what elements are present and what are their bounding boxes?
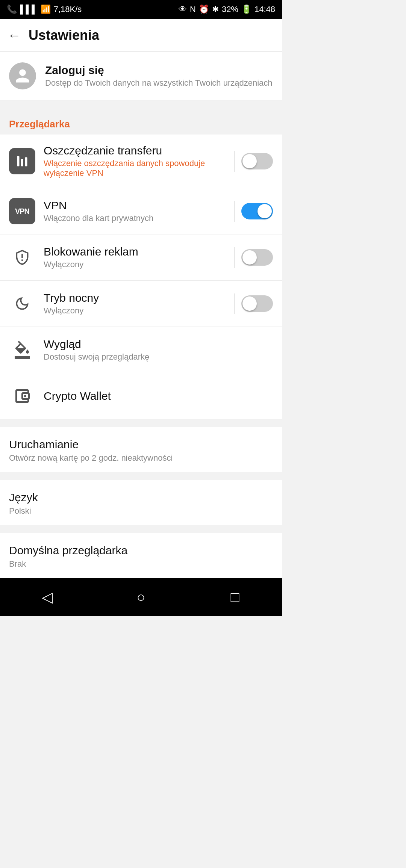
transfer-toggle-knob: [242, 154, 257, 168]
nightmode-content: Tryb nocny Wyłączony: [44, 292, 227, 316]
cryptowallet-icon: [9, 383, 35, 409]
vpn-sub: Włączono dla kart prywatnych: [44, 213, 227, 223]
signal-icon: ▌▌▌: [20, 5, 38, 14]
nightmode-icon: [9, 290, 35, 317]
adblock-sub: Wyłączony: [44, 260, 227, 269]
vpn-content: VPN Włączono dla kart prywatnych: [44, 199, 227, 223]
gap-middle: [0, 419, 282, 427]
login-title: Zaloguj się: [45, 64, 273, 77]
svg-rect-2: [25, 157, 27, 166]
default-browser-section[interactable]: Domyślna przeglądarka Brak: [0, 533, 282, 578]
alarm-icon: ⏰: [199, 5, 209, 14]
transfer-icon: [9, 148, 35, 174]
settings-item-cryptowallet[interactable]: Crypto Wallet: [0, 373, 282, 419]
settings-item-vpn[interactable]: VPN VPN Włączono dla kart prywatnych: [0, 188, 282, 234]
status-bar: 📞 ▌▌▌ 📶 7,18K/s 👁 N ⏰ ✱ 32% 🔋 14:48: [0, 0, 282, 19]
settings-item-adblock[interactable]: Blokowanie reklam Wyłączony: [0, 234, 282, 281]
language-section[interactable]: Język Polski: [0, 480, 282, 525]
avatar: [9, 62, 36, 89]
nightmode-toggle[interactable]: [241, 295, 273, 312]
startup-sub: Otwórz nową kartę po 2 godz. nieaktywnoś…: [9, 453, 273, 463]
settings-item-transfer[interactable]: Oszczędzanie transferu Włączenie oszczęd…: [0, 135, 282, 188]
adblock-toggle[interactable]: [241, 249, 273, 266]
vpn-toggle-knob: [258, 204, 272, 218]
language-title: Język: [9, 491, 273, 504]
default-browser-sub: Brak: [9, 559, 273, 569]
adblock-content: Blokowanie reklam Wyłączony: [44, 245, 227, 269]
vpn-title: VPN: [44, 199, 227, 212]
browser-section-label: Przeglądarka: [0, 108, 282, 135]
adblock-toggle-knob: [242, 250, 257, 265]
login-row[interactable]: Zaloguj się Dostęp do Twoich danych na w…: [0, 52, 282, 100]
startup-title: Uruchamianie: [9, 438, 273, 451]
adblock-divider: [234, 247, 235, 268]
vpn-icon: VPN: [9, 198, 35, 224]
eye-icon: 👁: [179, 5, 187, 14]
transfer-sub: Włączenie oszczędzania danych spowoduje …: [44, 159, 227, 178]
nav-home-button[interactable]: ○: [122, 578, 160, 616]
transfer-toggle[interactable]: [241, 153, 273, 169]
vpn-toggle[interactable]: [241, 203, 273, 219]
wifi-icon: 📶: [41, 5, 51, 14]
battery-pct: 32%: [222, 5, 238, 14]
appearance-icon: [9, 337, 35, 363]
settings-item-nightmode[interactable]: Tryb nocny Wyłączony: [0, 281, 282, 327]
default-browser-title: Domyślna przeglądarka: [9, 544, 273, 557]
nightmode-title: Tryb nocny: [44, 292, 227, 304]
nightmode-toggle-knob: [242, 296, 257, 311]
appearance-content: Wygląd Dostosuj swoją przeglądarkę: [44, 338, 273, 362]
nav-back-button[interactable]: ◁: [28, 578, 66, 616]
transfer-content: Oszczędzanie transferu Włączenie oszczęd…: [44, 144, 227, 178]
nfc-icon: N: [190, 5, 196, 14]
nightmode-divider: [234, 293, 235, 314]
avatar-icon: [14, 68, 31, 84]
adblock-icon: [9, 244, 35, 271]
bluetooth-icon: ✱: [212, 5, 219, 14]
nightmode-sub: Wyłączony: [44, 306, 227, 316]
transfer-divider: [234, 151, 235, 172]
status-left: 📞 ▌▌▌ 📶 7,18K/s: [7, 5, 82, 14]
vpn-divider: [234, 201, 235, 222]
cryptowallet-title: Crypto Wallet: [44, 390, 273, 402]
clock: 14:48: [255, 5, 275, 14]
top-bar: ← Ustawienia: [0, 19, 282, 52]
login-subtitle: Dostęp do Twoich danych na wszystkich Tw…: [45, 78, 273, 88]
adblock-title: Blokowanie reklam: [44, 245, 227, 258]
settings-list: Oszczędzanie transferu Włączenie oszczęd…: [0, 135, 282, 419]
svg-rect-0: [17, 156, 20, 166]
page-title: Ustawienia: [29, 27, 99, 43]
startup-section[interactable]: Uruchamianie Otwórz nową kartę po 2 godz…: [0, 427, 282, 472]
status-right: 👁 N ⏰ ✱ 32% 🔋 14:48: [179, 5, 275, 14]
nav-recent-button[interactable]: □: [216, 578, 254, 616]
network-speed: 7,18K/s: [54, 5, 82, 14]
language-sub: Polski: [9, 506, 273, 516]
appearance-sub: Dostosuj swoją przeglądarkę: [44, 352, 273, 362]
gap-top: [0, 100, 282, 108]
transfer-title: Oszczędzanie transferu: [44, 144, 227, 157]
login-text: Zaloguj się Dostęp do Twoich danych na w…: [45, 64, 273, 88]
cryptowallet-content: Crypto Wallet: [44, 390, 273, 402]
phone-icon: 📞: [7, 5, 17, 14]
nav-bar: ◁ ○ □: [0, 578, 282, 616]
settings-item-appearance[interactable]: Wygląd Dostosuj swoją przeglądarkę: [0, 327, 282, 373]
battery-icon: 🔋: [241, 5, 251, 14]
svg-rect-1: [21, 159, 23, 166]
gap-browser: [0, 525, 282, 533]
svg-point-3: [24, 395, 26, 397]
appearance-title: Wygląd: [44, 338, 273, 351]
gap-lang: [0, 472, 282, 480]
back-button[interactable]: ←: [8, 27, 21, 43]
